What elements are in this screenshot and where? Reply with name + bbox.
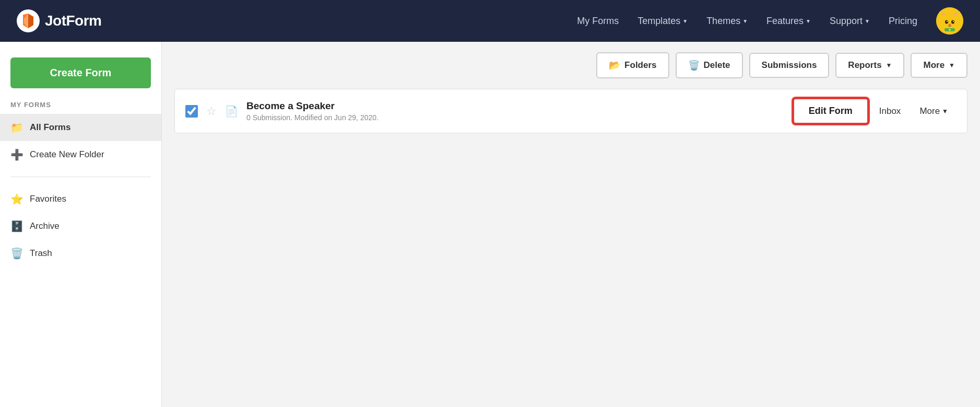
form-checkbox[interactable] bbox=[185, 105, 198, 118]
svg-point-10 bbox=[953, 21, 954, 22]
favorites-label: Favorites bbox=[30, 194, 66, 204]
features-caret-icon: ▼ bbox=[806, 18, 811, 24]
folders-button[interactable]: 📂 Folders bbox=[596, 52, 669, 78]
toolbar: 📂 Folders 🗑️ Delete Submissions Reports … bbox=[162, 42, 980, 89]
logo-text: JotForm bbox=[45, 13, 102, 29]
folder-icon: 📁 bbox=[10, 121, 23, 134]
nav-links: My Forms Templates ▼ Themes ▼ Features ▼… bbox=[577, 16, 917, 27]
svg-point-7 bbox=[945, 20, 948, 24]
sidebar-divider bbox=[10, 177, 151, 177]
more-button[interactable]: More ▼ bbox=[911, 53, 967, 78]
submissions-button[interactable]: Submissions bbox=[749, 53, 830, 78]
trash-label: Trash bbox=[30, 248, 52, 259]
svg-point-9 bbox=[947, 21, 948, 22]
form-list: ☆ 📄 Become a Speaker 0 Submission. Modif… bbox=[162, 89, 980, 133]
form-title: Become a Speaker bbox=[246, 100, 784, 112]
all-forms-label: All Forms bbox=[30, 122, 70, 133]
star-icon: ⭐ bbox=[10, 193, 23, 205]
archive-label: Archive bbox=[30, 221, 60, 231]
edit-form-button[interactable]: Edit Form bbox=[793, 98, 869, 124]
logo-area: JotForm bbox=[17, 9, 102, 32]
form-star-icon[interactable]: ☆ bbox=[206, 104, 217, 118]
create-form-button[interactable]: Create Form bbox=[10, 57, 151, 88]
trash-icon: 🗑️ bbox=[10, 247, 23, 260]
sidebar-item-create-folder[interactable]: ➕ Create New Folder bbox=[0, 141, 161, 168]
more-caret-icon: ▼ bbox=[949, 62, 955, 69]
themes-caret-icon: ▼ bbox=[742, 18, 748, 24]
main-layout: Create Form MY FORMS 📁 All Forms ➕ Creat… bbox=[0, 42, 980, 407]
delete-button[interactable]: 🗑️ Delete bbox=[676, 52, 743, 78]
form-meta: 0 Submission. Modified on Jun 29, 2020. bbox=[246, 113, 784, 122]
reports-button[interactable]: Reports ▼ bbox=[835, 53, 904, 78]
my-forms-section-label: MY FORMS bbox=[0, 101, 161, 114]
svg-point-11 bbox=[949, 24, 951, 26]
create-folder-label: Create New Folder bbox=[30, 149, 104, 160]
nav-templates[interactable]: Templates ▼ bbox=[637, 16, 688, 27]
inbox-button[interactable]: Inbox bbox=[869, 100, 912, 123]
nav-pricing[interactable]: Pricing bbox=[889, 16, 917, 27]
sidebar-item-favorites[interactable]: ⭐ Favorites bbox=[0, 185, 161, 213]
sidebar-item-trash[interactable]: 🗑️ Trash bbox=[0, 240, 161, 267]
reports-caret-icon: ▼ bbox=[886, 62, 892, 69]
archive-icon: 🗄️ bbox=[10, 220, 23, 232]
sidebar-item-all-forms[interactable]: 📁 All Forms bbox=[0, 114, 161, 141]
form-doc-icon: 📄 bbox=[225, 105, 238, 118]
nav-my-forms[interactable]: My Forms bbox=[577, 16, 619, 27]
top-nav: JotForm My Forms Templates ▼ Themes ▼ Fe… bbox=[0, 0, 980, 42]
avatar[interactable] bbox=[936, 7, 963, 34]
nav-support[interactable]: Support ▼ bbox=[830, 16, 870, 27]
templates-caret-icon: ▼ bbox=[682, 18, 688, 24]
form-actions: Edit Form Inbox More ▼ bbox=[793, 98, 957, 124]
svg-point-2 bbox=[942, 17, 957, 29]
nav-features[interactable]: Features ▼ bbox=[766, 16, 811, 27]
form-more-caret-icon: ▼ bbox=[942, 108, 948, 115]
delete-icon: 🗑️ bbox=[688, 60, 700, 71]
svg-point-13 bbox=[949, 29, 951, 31]
folders-icon: 📂 bbox=[609, 60, 620, 71]
form-more-button[interactable]: More ▼ bbox=[911, 100, 957, 123]
support-caret-icon: ▼ bbox=[865, 18, 870, 24]
nav-themes[interactable]: Themes ▼ bbox=[706, 16, 748, 27]
svg-point-8 bbox=[951, 20, 954, 24]
sidebar-item-archive[interactable]: 🗄️ Archive bbox=[0, 213, 161, 240]
jotform-logo-icon bbox=[17, 9, 40, 32]
sidebar: Create Form MY FORMS 📁 All Forms ➕ Creat… bbox=[0, 42, 162, 407]
table-row: ☆ 📄 Become a Speaker 0 Submission. Modif… bbox=[174, 89, 967, 133]
content-area: 📂 Folders 🗑️ Delete Submissions Reports … bbox=[162, 42, 980, 407]
form-info: Become a Speaker 0 Submission. Modified … bbox=[246, 100, 784, 122]
plus-icon: ➕ bbox=[10, 148, 23, 161]
